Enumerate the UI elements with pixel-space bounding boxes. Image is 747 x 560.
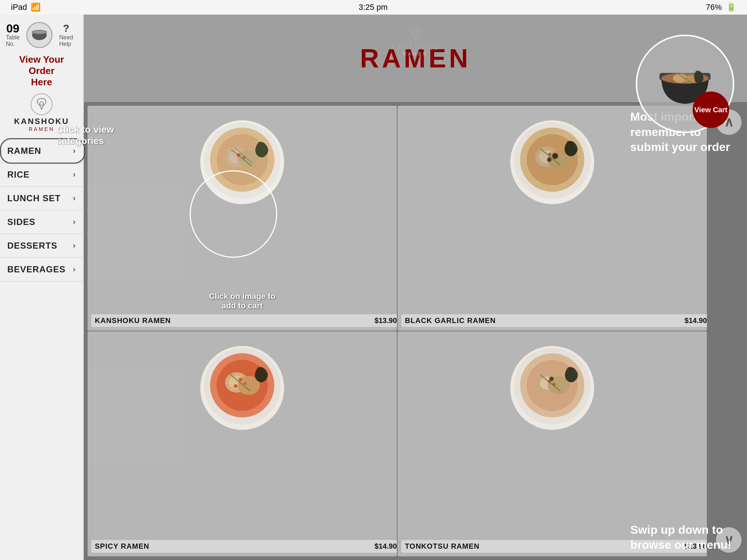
view-cart-container: View Cart	[623, 29, 747, 139]
sidebar-item-lunch-set[interactable]: LUNCH SET ›	[0, 187, 83, 210]
chevron-right-icon: ›	[73, 146, 76, 156]
click-to-view-text: Click to viewcategories	[57, 124, 114, 147]
chevron-right-icon: ›	[73, 265, 76, 274]
chevron-right-icon: ›	[73, 217, 76, 227]
view-order-button[interactable]	[26, 22, 53, 48]
svg-point-26	[548, 153, 551, 156]
view-order-text: View YourOrderHere	[16, 54, 68, 88]
scroll-arrows: ∧ ∨	[711, 102, 747, 560]
table-label: TableNo.	[6, 34, 20, 47]
menu-item-3-info: SPICY RAMEN $14.90	[91, 540, 397, 553]
battery-icon: 🔋	[726, 3, 736, 12]
chevron-right-icon: ›	[73, 194, 76, 203]
battery-percentage: 76%	[706, 3, 722, 12]
sidebar: 09 TableNo. ? NeedHelp View YourOrderHer…	[0, 15, 84, 560]
menu-item-1-price: $13.90	[375, 316, 397, 325]
status-bar: iPad 📶 3:25 pm 76% 🔋	[0, 0, 747, 15]
svg-point-48	[553, 383, 556, 386]
sidebar-item-ramen-label: RAMEN	[7, 146, 41, 156]
tip-text-swipe: Swip up down to browse our menu!	[623, 515, 747, 560]
chevron-right-icon: ›	[73, 241, 76, 250]
menu-item-1-image	[191, 106, 293, 208]
need-help-label: NeedHelp	[59, 34, 73, 47]
svg-point-15	[243, 156, 245, 159]
wifi-icon: 📶	[31, 3, 40, 12]
menu-item-2-name: BLACK GARLIC RAMEN	[405, 316, 496, 325]
menu-item-1-name: KANSHOKU RAMEN	[95, 316, 171, 325]
main-content: KANSHOKU RAMEN RAMEN	[84, 15, 747, 560]
sidebar-item-beverages-label: BEVERAGES	[7, 264, 66, 275]
svg-point-23	[552, 153, 558, 159]
table-number: 09	[6, 23, 19, 34]
menu-item-4-name: TONKOTSU RAMEN	[405, 542, 480, 551]
menu-item-3-price: $14.90	[375, 542, 397, 551]
header-logo-name: KANSHOKU	[391, 44, 440, 51]
menu-item-2-price: $14.90	[685, 316, 707, 325]
table-number-block: 09 TableNo.	[6, 23, 20, 47]
view-cart-button[interactable]: View Cart	[693, 92, 729, 128]
menu-item-4-image	[501, 331, 603, 433]
time-display: 3:25 pm	[359, 3, 388, 12]
svg-point-2	[32, 31, 46, 34]
menu-grid: Click on image toadd to cart KANSHOKU RA…	[84, 102, 711, 560]
view-cart-circle[interactable]: View Cart	[636, 35, 734, 133]
logo-icon	[31, 93, 53, 115]
click-to-view-tooltip: Click to viewcategories	[57, 124, 114, 147]
click-on-image-text: Click on image toadd to cart	[209, 292, 275, 311]
sidebar-item-sides-label: SIDES	[7, 217, 35, 227]
menu-item-1-info: KANSHOKU RAMEN $13.90	[91, 314, 397, 327]
sidebar-item-beverages[interactable]: BEVERAGES ›	[0, 258, 83, 281]
svg-point-14	[237, 153, 240, 157]
sidebar-item-sides[interactable]: SIDES ›	[0, 210, 83, 234]
sidebar-item-desserts[interactable]: DESSERTS ›	[0, 234, 83, 258]
svg-point-4	[413, 31, 418, 36]
svg-point-35	[239, 378, 242, 381]
svg-point-3	[40, 102, 43, 105]
header-logo-icon	[406, 26, 425, 44]
menu-item-1[interactable]: Click on image toadd to cart KANSHOKU RA…	[88, 106, 397, 331]
menu-item-2-image	[501, 106, 603, 208]
logo-sub: RAMEN	[29, 126, 55, 132]
device-label: iPad	[11, 3, 27, 12]
header-logo-sub: RAMEN	[403, 51, 428, 57]
nav-items: RAMEN › RICE › LUNCH SET › SIDES › DESSE…	[0, 139, 83, 281]
need-help-block: ? NeedHelp	[59, 23, 73, 47]
sidebar-item-rice[interactable]: RICE ›	[0, 163, 83, 187]
sidebar-item-rice-label: RICE	[7, 170, 30, 180]
svg-point-24	[547, 158, 551, 162]
sidebar-item-desserts-label: DESSERTS	[7, 241, 57, 251]
chevron-right-icon: ›	[73, 170, 76, 179]
menu-item-3-name: SPICY RAMEN	[95, 542, 150, 551]
svg-point-47	[548, 380, 551, 383]
svg-point-36	[244, 382, 247, 385]
sidebar-item-lunch-set-label: LUNCH SET	[7, 193, 61, 203]
svg-point-37	[234, 384, 237, 388]
menu-item-3-image	[191, 331, 293, 433]
menu-item-3[interactable]: SPICY RAMEN $14.90	[88, 331, 397, 556]
menu-item-2-info: BLACK GARLIC RAMEN $14.90	[401, 314, 707, 327]
